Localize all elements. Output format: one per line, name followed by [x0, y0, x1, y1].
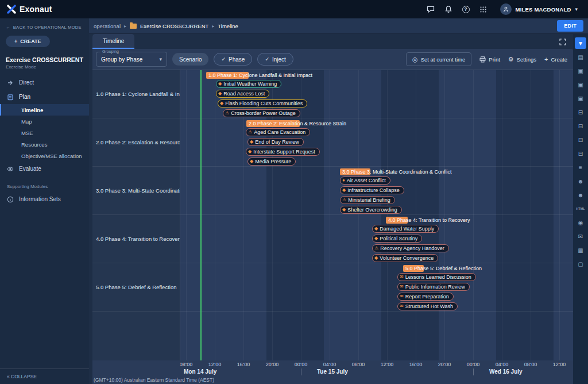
- users-icon[interactable]: ☻: [575, 189, 586, 201]
- inject-pill[interactable]: ◆Media Pressure: [247, 158, 296, 166]
- time-tick-label: 12:00: [208, 362, 222, 367]
- bell-icon[interactable]: ◉: [575, 217, 586, 228]
- inject-label: Structured Hot Wash: [405, 304, 453, 309]
- sidebar-item-mse[interactable]: MSE: [0, 127, 89, 139]
- inject-pill[interactable]: ◆Road Access Lost: [216, 90, 269, 98]
- briefcase-icon[interactable]: ▢: [575, 258, 586, 270]
- collapse-sidebar-button[interactable]: « COLLAPSE: [0, 368, 89, 384]
- grouping-select[interactable]: Grouping Group by Phase ▾: [96, 52, 167, 67]
- logo-text: Exonaut: [20, 5, 52, 14]
- archive-icon[interactable]: ⊟: [575, 148, 586, 159]
- inject-pill[interactable]: ⚠Aged Care Evacuation: [246, 128, 310, 136]
- inject-pill[interactable]: ⚠Cross-border Power Outage: [223, 109, 300, 117]
- inject-pill[interactable]: ⚠Ministerial Briefing: [340, 196, 395, 204]
- filter-chip-inject[interactable]: ✓ Inject: [257, 53, 293, 66]
- help-icon[interactable]: ?: [462, 6, 470, 13]
- filter-chip-phase[interactable]: ✓ Phase: [214, 53, 252, 66]
- gantt-grid[interactable]: 1.0 Phase 1: Cyclone Landfall & Initial …: [180, 70, 573, 360]
- sidebar-item-label: Plan: [19, 94, 30, 100]
- phase-group-row: 1.0 Phase 1: Cyclone Landfall & Initial …: [180, 70, 573, 118]
- sidebar-item-information-sets[interactable]: Information Sets: [0, 192, 89, 206]
- inject-pill[interactable]: ◆Damaged Water Supply: [372, 225, 439, 233]
- sidebar-item-direct[interactable]: Direct: [0, 75, 89, 90]
- fullscreen-icon[interactable]: [559, 39, 566, 45]
- phase-row-label: 1.0 Phase 1: Cyclone Landfall & Initia..…: [92, 70, 180, 118]
- app-logo[interactable]: Exonaut: [7, 5, 52, 14]
- document-icon[interactable]: ▤: [575, 51, 586, 63]
- inject-pill[interactable]: ◆Infrastructure Collapse: [340, 186, 404, 194]
- inject-pill[interactable]: ◆Initial Weather Warning: [216, 80, 281, 88]
- inject-pill[interactable]: ●Air Asset Conflict: [340, 176, 390, 185]
- chip-label: Inject: [272, 56, 286, 63]
- sidebar-item-timeline[interactable]: Timeline: [0, 104, 89, 116]
- mail-icon[interactable]: ✉: [575, 231, 586, 242]
- breadcrumb-timeline: Timeline: [218, 23, 238, 29]
- filter-chip-scenario[interactable]: Scenario: [172, 53, 208, 66]
- check-icon: ✓: [265, 56, 269, 62]
- html-icon[interactable]: HTML: [575, 203, 586, 214]
- archive-icon[interactable]: ⊟: [575, 134, 586, 145]
- sidebar-item-objective-mse-allocation[interactable]: Objective/MSE allocation: [0, 150, 89, 162]
- phase-row-label: 2.0 Phase 2: Escalation & Resource S...: [92, 118, 180, 167]
- breadcrumb: operational ▸ Exercise CROSSCURRENT ▸ Ti…: [89, 18, 588, 34]
- diamond-icon: ◆: [218, 91, 222, 96]
- button-label: Set at current time: [421, 56, 466, 63]
- inject-pill[interactable]: ✉Structured Hot Wash: [397, 302, 458, 310]
- inject-pill[interactable]: ◆Interstate Support Request: [246, 148, 320, 156]
- chart-icon[interactable]: ▦: [575, 244, 586, 256]
- time-tick-label: 08:00: [180, 362, 192, 367]
- sidebar-item-evaluate[interactable]: Evaluate: [0, 162, 89, 176]
- sidebar-item-resources[interactable]: Resources: [0, 139, 89, 150]
- phase-group-row: 5.0 Phase 5: Debrief & Reflection✉Lesson…: [180, 263, 573, 312]
- filter-icon[interactable]: ▼: [575, 37, 586, 49]
- inject-pill[interactable]: ◆Flash Flooding Cuts Communities: [218, 99, 307, 107]
- inject-pill[interactable]: ◆Shelter Overcrowding: [340, 206, 402, 214]
- archive-icon[interactable]: ⊟: [575, 106, 586, 118]
- phase-row-label: 5.0 Phase 5: Debrief & Reflection: [92, 263, 180, 312]
- breadcrumb-exercise[interactable]: Exercise CROSSCURRENT: [140, 23, 208, 29]
- grouping-value: Group by Phase: [101, 56, 142, 63]
- chat-icon[interactable]: [427, 5, 435, 14]
- edit-button[interactable]: EDIT: [557, 20, 583, 32]
- inject-pill[interactable]: ◆Political Scrutiny: [372, 235, 422, 243]
- users-icon[interactable]: ☻: [575, 175, 586, 187]
- eye-icon: [7, 166, 14, 172]
- inject-label: Media Pressure: [255, 159, 291, 164]
- image-card-icon[interactable]: ▣: [575, 65, 586, 76]
- phase-group-row: 2.0 Phase 2: Escalation & Resource Strai…: [180, 118, 573, 167]
- timeline-toolbar: Grouping Group by Phase ▾ Scenario ✓ Pha…: [92, 49, 573, 70]
- inject-pill[interactable]: ✉Lessons Learned Discussion: [397, 273, 476, 281]
- inject-pill[interactable]: ◆Volunteer Convergence: [372, 254, 438, 262]
- set-at-current-time-button[interactable]: ◎ Set at current time: [406, 52, 471, 66]
- chip-label: Phase: [229, 56, 245, 63]
- plus-icon: +: [14, 39, 17, 44]
- apps-grid-icon[interactable]: [479, 5, 488, 14]
- inject-pill[interactable]: ✉Public Information Review: [397, 283, 470, 291]
- gear-icon: ⚙: [508, 56, 514, 63]
- inject-pill[interactable]: ◆End of Day Review: [247, 138, 304, 146]
- warning-icon: ⚠: [225, 111, 229, 116]
- create-inject-button[interactable]: + Create: [544, 56, 567, 63]
- inject-pill[interactable]: ✉Report Preparation: [397, 293, 454, 301]
- tab-timeline[interactable]: Timeline: [92, 34, 134, 49]
- logo-x-icon: [7, 5, 16, 14]
- archive-icon[interactable]: ⊟: [575, 120, 586, 132]
- settings-button[interactable]: ⚙ Settings: [508, 56, 536, 63]
- collapse-icon: «: [7, 374, 10, 379]
- list-icon[interactable]: ≡: [575, 162, 586, 173]
- diamond-icon: ◆: [342, 208, 346, 212]
- diamond-icon: ◆: [248, 149, 252, 154]
- image-card-icon[interactable]: ▣: [575, 93, 586, 104]
- breadcrumb-operational[interactable]: operational: [94, 23, 121, 29]
- create-button[interactable]: + CREATE: [6, 36, 50, 47]
- back-to-operational-link[interactable]: ← BACK TO OPERATIONAL MODE: [0, 18, 89, 32]
- target-icon: ◎: [412, 56, 418, 63]
- print-button[interactable]: Print: [479, 56, 500, 63]
- inject-label: Public Information Review: [405, 284, 465, 290]
- user-menu[interactable]: MILES MACDONALD ▾: [497, 2, 581, 17]
- inject-pill[interactable]: ⚠Recovery Agency Handover: [372, 244, 449, 252]
- image-card-icon[interactable]: ▣: [575, 79, 586, 90]
- sidebar-item-map[interactable]: Map: [0, 116, 89, 127]
- bell-icon[interactable]: [444, 5, 453, 14]
- sidebar-item-plan[interactable]: Plan: [0, 90, 89, 104]
